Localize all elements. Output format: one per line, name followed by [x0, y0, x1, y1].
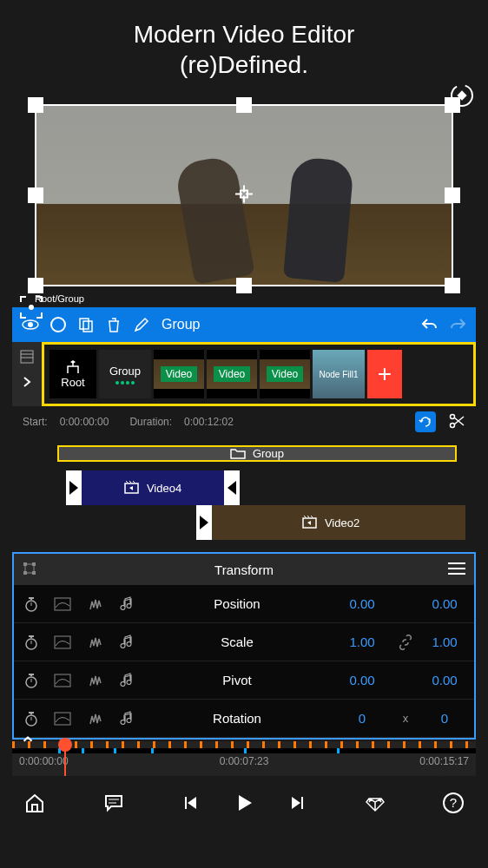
- music-icon[interactable]: [111, 673, 142, 688]
- group-track[interactable]: Group: [57, 445, 457, 462]
- root-node[interactable]: Root: [49, 350, 96, 398]
- svg-rect-19: [32, 562, 36, 566]
- value-separator[interactable]: [392, 635, 419, 650]
- transform-handle[interactable]: [445, 187, 460, 203]
- rotation-handle-icon[interactable]: [448, 82, 476, 109]
- copy-icon[interactable]: [75, 313, 97, 336]
- video-node[interactable]: Video: [260, 350, 310, 398]
- transform-title: Transform: [214, 562, 274, 577]
- svg-rect-34: [55, 636, 70, 648]
- stopwatch-icon[interactable]: [17, 710, 45, 727]
- help-icon[interactable]: ?: [439, 789, 467, 817]
- svg-rect-2: [457, 90, 466, 100]
- video-preview-canvas[interactable]: [35, 104, 453, 286]
- trash-icon[interactable]: [102, 313, 125, 336]
- stopwatch-icon[interactable]: [17, 634, 45, 651]
- svg-rect-20: [23, 571, 27, 575]
- svg-rect-47: [185, 797, 187, 809]
- ruler-time: 0:00:00:00: [19, 755, 69, 767]
- jitter-icon[interactable]: [80, 596, 111, 612]
- video-node[interactable]: Video: [207, 350, 257, 398]
- node-strip: Root Group Video Video Video Node Fill1 …: [12, 342, 476, 406]
- duration-label: Duration:: [129, 416, 172, 428]
- transform-handle[interactable]: [236, 97, 252, 113]
- preview-figure: [283, 156, 354, 283]
- graph-icon[interactable]: [45, 635, 80, 649]
- transform-panel: Transform Position 0.00 0.00 Scale 1.00 …: [12, 552, 476, 740]
- stopwatch-icon[interactable]: [17, 672, 45, 689]
- property-label: Position: [142, 596, 332, 611]
- svg-point-6: [51, 318, 65, 332]
- pencil-icon[interactable]: [130, 313, 153, 336]
- chevron-right-icon[interactable]: [21, 376, 33, 391]
- svg-rect-44: [55, 713, 70, 725]
- time-ruler[interactable]: ⌃ 0:00:00:00 0:00:07:23 0:00:15:17: [12, 741, 476, 776]
- svg-rect-48: [301, 797, 303, 809]
- svg-rect-18: [23, 562, 27, 566]
- jitter-icon[interactable]: [80, 711, 111, 727]
- folder-icon: [230, 447, 246, 459]
- jitter-icon[interactable]: [80, 635, 111, 650]
- property-value-y[interactable]: 0.00: [419, 673, 471, 687]
- transform-handle[interactable]: [28, 187, 43, 203]
- graph-icon[interactable]: [45, 674, 80, 687]
- comment-icon[interactable]: [100, 789, 128, 817]
- diamond-icon[interactable]: [361, 789, 389, 817]
- graph-icon[interactable]: [45, 597, 80, 611]
- add-node-button[interactable]: +: [367, 350, 402, 398]
- playhead[interactable]: [64, 741, 66, 776]
- video4-track[interactable]: Video4: [66, 470, 240, 505]
- circle-icon[interactable]: [47, 313, 69, 336]
- boundingbox-icon[interactable]: [21, 560, 38, 580]
- transform-handle[interactable]: [445, 278, 460, 293]
- transform-handle[interactable]: [28, 278, 43, 293]
- property-label: Pivot: [142, 673, 332, 687]
- transform-row: Pivot 0.00 0.00: [14, 661, 474, 700]
- transform-row: Position 0.00 0.00: [14, 585, 474, 623]
- transform-handle[interactable]: [236, 278, 252, 293]
- jitter-icon[interactable]: [80, 673, 111, 688]
- property-value-x[interactable]: 1.00: [332, 635, 392, 649]
- anchor-corners-icon[interactable]: [19, 295, 43, 319]
- bottom-bar: ?: [12, 783, 476, 823]
- transform-row: Scale 1.00 1.00: [14, 623, 474, 661]
- panel-icon[interactable]: [19, 349, 35, 367]
- svg-rect-21: [32, 571, 36, 575]
- transform-handle[interactable]: [28, 97, 43, 113]
- property-value-x[interactable]: 0.00: [332, 673, 392, 687]
- stopwatch-icon[interactable]: [17, 595, 45, 613]
- nodefill-node[interactable]: Node Fill1: [313, 350, 365, 398]
- property-value-x[interactable]: 0: [332, 711, 392, 726]
- hamburger-icon[interactable]: [448, 562, 465, 578]
- reset-icon[interactable]: ?: [415, 411, 436, 432]
- music-icon[interactable]: [111, 711, 142, 727]
- music-icon[interactable]: [111, 596, 142, 612]
- ruler-time: 0:00:07:23: [220, 755, 269, 767]
- transform-row: Rotation 0 x 0: [14, 700, 474, 738]
- scissors-icon[interactable]: [448, 412, 465, 432]
- video2-track[interactable]: Video2: [196, 505, 465, 540]
- home-icon[interactable]: [21, 789, 49, 817]
- svg-point-3: [29, 305, 34, 310]
- graph-icon[interactable]: [45, 712, 80, 726]
- step-back-icon[interactable]: [178, 789, 206, 817]
- undo-icon[interactable]: [419, 313, 441, 336]
- redo-icon[interactable]: [446, 313, 469, 336]
- property-label: Scale: [142, 635, 332, 649]
- property-value-x[interactable]: 0.00: [332, 596, 392, 611]
- value-separator: x: [392, 712, 419, 725]
- clip-icon: [302, 516, 320, 529]
- step-forward-icon[interactable]: [282, 789, 310, 817]
- property-value-y[interactable]: 0: [419, 711, 471, 726]
- svg-rect-39: [55, 674, 70, 687]
- ruler-time: 0:00:15:17: [419, 755, 469, 767]
- play-icon[interactable]: [230, 789, 258, 817]
- property-value-y[interactable]: 0.00: [419, 596, 471, 611]
- property-value-y[interactable]: 1.00: [419, 635, 471, 649]
- preview-figure: [174, 155, 254, 285]
- timeline-panel: Start: 0:00:00:00 Duration: 0:00:12:02 ?…: [12, 406, 476, 547]
- video-node[interactable]: Video: [154, 350, 204, 398]
- group-node[interactable]: Group: [99, 350, 151, 398]
- start-value: 0:00:00:00: [60, 416, 109, 428]
- music-icon[interactable]: [111, 635, 142, 650]
